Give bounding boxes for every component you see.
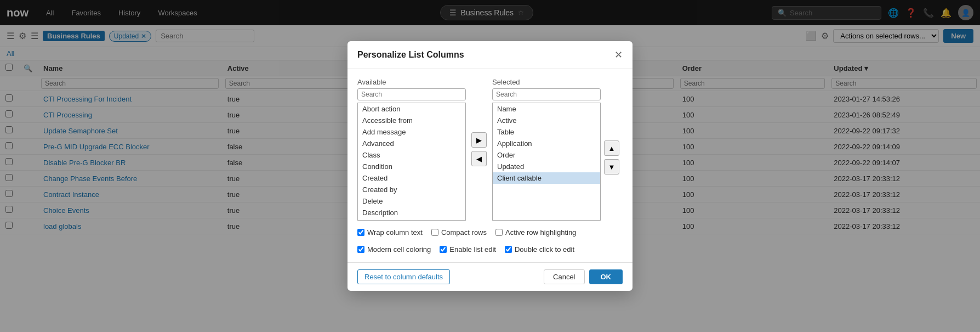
available-list-item[interactable]: Advanced bbox=[358, 138, 465, 149]
selected-list-item[interactable]: Table bbox=[493, 126, 600, 138]
compact-rows-label: Compact rows bbox=[441, 228, 487, 237]
available-list-item[interactable]: Created bbox=[358, 172, 465, 184]
cancel-button[interactable]: Cancel bbox=[544, 269, 584, 284]
available-list-item[interactable]: Description bbox=[358, 207, 465, 218]
modal-overlay: Personalize List Columns ✕ Available Abo… bbox=[0, 0, 980, 332]
available-list-item[interactable]: Display name bbox=[358, 218, 465, 221]
transfer-arrows: ▶ ◀ bbox=[466, 78, 492, 221]
wrap-column-text-checkbox[interactable] bbox=[357, 229, 364, 236]
compact-rows-checkbox[interactable] bbox=[431, 229, 438, 236]
selected-list-item[interactable]: Updated bbox=[493, 161, 600, 172]
order-arrows: ▲ ▼ bbox=[601, 78, 623, 221]
wrap-column-text-label: Wrap column text bbox=[367, 228, 423, 237]
footer-right: Cancel OK bbox=[544, 269, 623, 284]
modal-options: Wrap column text Compact rows Active row… bbox=[357, 228, 623, 254]
personalize-columns-modal: Personalize List Columns ✕ Available Abo… bbox=[347, 41, 633, 291]
modal-body: Available Abort actionAccessible fromAdd… bbox=[347, 69, 633, 262]
selected-list-item[interactable]: Name bbox=[493, 103, 600, 115]
available-label: Available bbox=[357, 78, 466, 86]
modern-cell-coloring-option[interactable]: Modern cell coloring bbox=[357, 245, 431, 254]
enable-list-edit-option[interactable]: Enable list edit bbox=[440, 245, 496, 254]
available-list-item[interactable]: Delete bbox=[358, 195, 465, 207]
selected-label: Selected bbox=[492, 78, 601, 86]
available-list-item[interactable]: Condition bbox=[358, 161, 465, 172]
double-click-to-edit-checkbox[interactable] bbox=[505, 246, 512, 253]
available-section: Available Abort actionAccessible fromAdd… bbox=[357, 78, 466, 221]
columns-area: Available Abort actionAccessible fromAdd… bbox=[357, 78, 623, 221]
available-list-item[interactable]: Add message bbox=[358, 126, 465, 138]
active-row-highlighting-label: Active row highlighting bbox=[505, 228, 576, 237]
wrap-column-text-option[interactable]: Wrap column text bbox=[357, 228, 423, 237]
modern-cell-coloring-checkbox[interactable] bbox=[357, 246, 364, 253]
move-left-button[interactable]: ◀ bbox=[471, 151, 487, 166]
reset-button[interactable]: Reset to column defaults bbox=[357, 269, 450, 284]
available-list-item[interactable]: Class bbox=[358, 149, 465, 161]
available-list[interactable]: Abort actionAccessible fromAdd messageAd… bbox=[357, 103, 466, 221]
double-click-to-edit-option[interactable]: Double click to edit bbox=[505, 245, 574, 254]
modal-footer: Reset to column defaults Cancel OK bbox=[347, 262, 633, 291]
active-row-highlighting-option[interactable]: Active row highlighting bbox=[495, 228, 576, 237]
available-search-input[interactable] bbox=[357, 88, 466, 100]
enable-list-edit-label: Enable list edit bbox=[449, 245, 496, 254]
move-right-button[interactable]: ▶ bbox=[471, 132, 487, 148]
ok-button[interactable]: OK bbox=[589, 269, 623, 284]
move-down-button[interactable]: ▼ bbox=[604, 159, 619, 175]
active-row-highlighting-checkbox[interactable] bbox=[495, 229, 503, 236]
modal-close-button[interactable]: ✕ bbox=[614, 49, 623, 61]
selected-section: Selected NameActiveTableApplicationOrder… bbox=[492, 78, 601, 221]
double-click-to-edit-label: Double click to edit bbox=[515, 245, 574, 254]
available-list-item[interactable]: Accessible from bbox=[358, 115, 465, 126]
modal-header: Personalize List Columns ✕ bbox=[347, 41, 633, 69]
selected-search-input[interactable] bbox=[492, 88, 601, 100]
modal-title: Personalize List Columns bbox=[357, 50, 464, 60]
available-list-item[interactable]: Abort action bbox=[358, 103, 465, 115]
modern-cell-coloring-label: Modern cell coloring bbox=[367, 245, 431, 254]
selected-list[interactable]: NameActiveTableApplicationOrderUpdatedCl… bbox=[492, 103, 601, 221]
enable-list-edit-checkbox[interactable] bbox=[440, 246, 447, 253]
move-up-button[interactable]: ▲ bbox=[604, 140, 619, 156]
selected-list-item[interactable]: Client callable bbox=[493, 172, 600, 184]
available-list-item[interactable]: Created by bbox=[358, 184, 465, 195]
selected-list-item[interactable]: Order bbox=[493, 149, 600, 161]
compact-rows-option[interactable]: Compact rows bbox=[431, 228, 487, 237]
selected-list-item[interactable]: Active bbox=[493, 115, 600, 126]
selected-list-item[interactable]: Application bbox=[493, 138, 600, 149]
